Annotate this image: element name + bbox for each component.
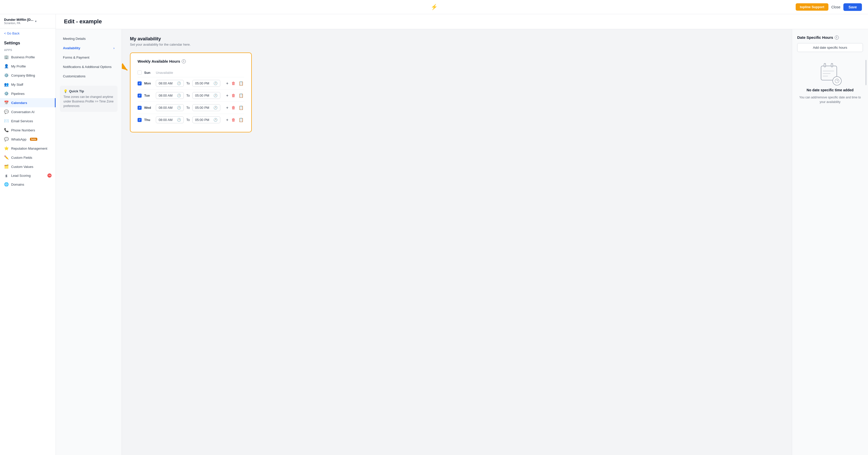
nav-item-label: Notifications & Additional Options <box>63 65 112 69</box>
go-back-link[interactable]: < Go Back <box>0 28 56 38</box>
save-button[interactable]: Save <box>843 3 862 11</box>
topline-support-button[interactable]: topline Support <box>796 3 828 11</box>
globe-icon: 🌐 <box>4 182 9 187</box>
mon-delete-button[interactable]: 🗑 <box>231 80 236 86</box>
sidebar-item-company-billing[interactable]: ⚙️ Company Billing <box>0 71 56 80</box>
sidebar-item-label: My Profile <box>11 64 26 68</box>
sidebar-item-domains[interactable]: 🌐 Domains <box>0 180 56 189</box>
account-name: Dunder Mifflin [D... <box>4 18 33 22</box>
mon-add-button[interactable]: + <box>226 80 229 86</box>
sidebar-item-label: Calendars <box>11 101 27 105</box>
topbar: ⚡ topline Support Close Save <box>0 0 868 14</box>
sidebar-item-email-services[interactable]: ✉️ Email Services <box>0 117 56 126</box>
add-date-specific-hours-button[interactable]: Add date specific hours <box>797 43 863 52</box>
wed-actions: + 🗑 📋 <box>226 105 244 110</box>
sun-checkbox[interactable] <box>137 70 142 74</box>
sidebar-item-reputation-management[interactable]: ⭐ Reputation Management <box>0 144 56 153</box>
building-icon: 🏢 <box>4 55 9 59</box>
thu-copy-button[interactable]: 📋 <box>238 117 244 123</box>
thu-start-time[interactable]: 08:00 AM 🕐 <box>156 117 184 123</box>
wed-end-time[interactable]: 05:00 PM 🕐 <box>192 104 220 111</box>
calendar-line-3 <box>823 76 828 76</box>
day-row-mon: Mon 08:00 AM 🕐 To 05:00 PM 🕐 <box>137 77 244 90</box>
tue-add-button[interactable]: + <box>226 93 229 98</box>
sidebar-item-custom-values[interactable]: 🗂️ Custom Values <box>0 162 56 171</box>
calendar-ring-left <box>824 63 826 67</box>
thu-add-button[interactable]: + <box>226 117 229 123</box>
wed-delete-button[interactable]: 🗑 <box>231 105 236 110</box>
right-panel: Date Specific Hours i Add date specific … <box>792 29 868 455</box>
thu-end-value: 05:00 PM <box>195 118 209 122</box>
mon-end-value: 05:00 PM <box>195 82 209 85</box>
day-row-tue: Tue 08:00 AM 🕐 To 05:00 PM 🕐 <box>137 90 244 102</box>
date-specific-info-icon[interactable]: i <box>835 35 839 39</box>
nav-meeting-details[interactable]: Meeting Details <box>60 34 118 43</box>
wed-start-time[interactable]: 08:00 AM 🕐 <box>156 104 184 111</box>
nav-forms-payment[interactable]: Forms & Payment <box>60 53 118 62</box>
sidebar-item-whatsapp[interactable]: 💬 WhatsApp beta <box>0 135 56 144</box>
wed-copy-button[interactable]: 📋 <box>238 105 244 110</box>
tue-checkbox[interactable] <box>137 94 142 98</box>
thu-end-time[interactable]: 05:00 PM 🕐 <box>192 117 220 123</box>
day-row-wed: Wed 08:00 AM 🕐 To 05:00 PM 🕐 <box>137 102 244 114</box>
nav-availability[interactable]: Availability › <box>60 44 118 53</box>
close-button[interactable]: Close <box>832 5 841 9</box>
scrollbar-thumb <box>865 60 866 85</box>
nav-notifications[interactable]: Notifications & Additional Options <box>60 62 118 71</box>
tue-end-value: 05:00 PM <box>195 94 209 97</box>
sidebar-item-conversation-ai[interactable]: 💬 Conversation AI <box>0 107 56 117</box>
mon-start-time[interactable]: 08:00 AM 🕐 <box>156 80 184 87</box>
no-date-subtitle: You can add/remove specific date and tim… <box>797 95 863 104</box>
calendar-line-1 <box>823 71 834 71</box>
wed-add-button[interactable]: + <box>226 105 229 110</box>
sidebar-item-label: Conversation AI <box>11 110 34 114</box>
thu-delete-button[interactable]: 🗑 <box>231 117 236 123</box>
calendar-icon: 📅 <box>4 100 9 105</box>
wed-end-value: 05:00 PM <box>195 106 209 109</box>
main-layout: Dunder Mifflin [D... Scranton, PA ▾ < Go… <box>0 14 868 455</box>
calendar-ring-right <box>831 63 833 67</box>
sun-unavailable: Unavailable <box>156 71 173 74</box>
mon-copy-button[interactable]: 📋 <box>238 80 244 86</box>
wed-checkbox[interactable] <box>137 106 142 110</box>
thu-checkbox[interactable] <box>137 118 142 122</box>
thu-start-value: 08:00 AM <box>159 118 173 122</box>
weekly-card-wrapper: Weekly Available Hours i Sun Unavailable <box>130 53 252 132</box>
tue-delete-button[interactable]: 🗑 <box>231 93 236 98</box>
tue-end-time[interactable]: 05:00 PM 🕐 <box>192 92 220 99</box>
mon-end-time[interactable]: 05:00 PM 🕐 <box>192 80 220 87</box>
star-icon: ⭐ <box>4 146 9 151</box>
sidebar-item-custom-fields[interactable]: ✏️ Custom Fields <box>0 153 56 162</box>
sidebar-item-label: Pipelines <box>11 92 25 96</box>
nav-customizations[interactable]: Customizations <box>60 72 118 80</box>
sidebar-item-my-staff[interactable]: 👥 My Staff <box>0 80 56 89</box>
tue-copy-button[interactable]: 📋 <box>238 93 244 98</box>
sidebar-item-business-profile[interactable]: 🏢 Business Profile <box>0 53 56 62</box>
clock-icon: 🕐 <box>177 118 181 122</box>
sidebar-item-lead-scoring[interactable]: g Lead Scoring 70 <box>0 171 56 180</box>
apps-section-label: Apps <box>0 46 56 53</box>
clock-icon: 🕐 <box>213 94 218 97</box>
mon-checkbox[interactable] <box>137 82 142 86</box>
thu-label: Thu <box>144 118 153 122</box>
account-sub: Scranton, PA <box>4 22 33 25</box>
lead-scoring-badge: 70 <box>48 173 52 177</box>
quick-tip: 💡 Quick Tip Time zones can be changed an… <box>60 86 118 112</box>
sidebar-item-label: Custom Fields <box>11 156 32 160</box>
nav-item-label: Meeting Details <box>63 37 86 40</box>
tue-start-time[interactable]: 08:00 AM 🕐 <box>156 92 184 99</box>
day-row-thu: Thu 08:00 AM 🕐 To 05:00 PM 🕐 <box>137 114 244 126</box>
sidebar-item-label: Lead Scoring <box>11 174 31 177</box>
sidebar-item-calendars[interactable]: 📅 Calendars <box>0 98 56 107</box>
sidebar-item-label: WhatsApp <box>11 137 26 141</box>
sidebar-item-label: Business Profile <box>11 55 35 59</box>
weekly-hours-info-icon[interactable]: i <box>182 59 186 63</box>
nav-item-label: Forms & Payment <box>63 56 89 59</box>
sidebar-item-my-profile[interactable]: 👤 My Profile <box>0 62 56 71</box>
weekly-card-title: Weekly Available Hours i <box>137 59 244 63</box>
sidebar-item-phone-numbers[interactable]: 📞 Phone Numbers <box>0 126 56 135</box>
topbar-center: ⚡ <box>431 4 438 10</box>
chevron-down-icon: ▾ <box>35 20 36 23</box>
sidebar-item-pipelines[interactable]: ⚙️ Pipelines <box>0 89 56 98</box>
account-switcher[interactable]: Dunder Mifflin [D... Scranton, PA ▾ <box>0 14 56 28</box>
